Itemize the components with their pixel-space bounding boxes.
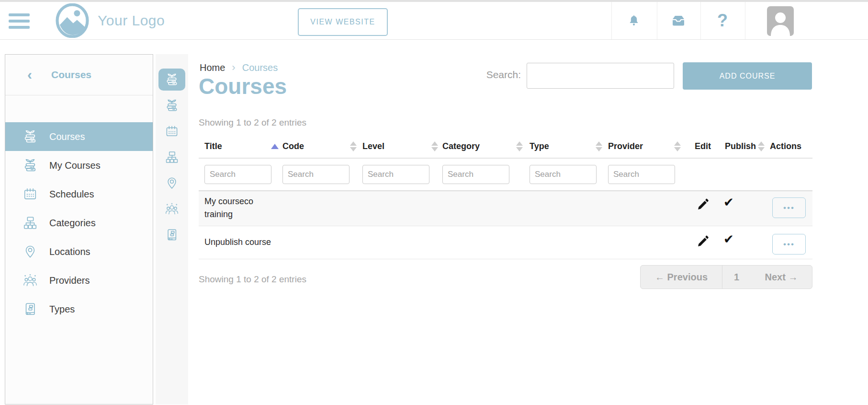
table-header-divider (199, 158, 812, 159)
locations-icon (23, 244, 38, 259)
ellipsis-icon: ••• (783, 240, 795, 249)
breadcrumb-home-link[interactable]: Home (200, 62, 225, 73)
sidebar-item-courses[interactable]: Courses (5, 122, 153, 151)
sort-arrows-icon (596, 141, 602, 151)
filter-input-category[interactable] (442, 165, 509, 184)
sort-arrows-icon (431, 141, 438, 151)
hamburger-bar (9, 26, 30, 29)
header-divider (700, 2, 701, 39)
column-header-provider[interactable]: Provider (608, 138, 681, 155)
header-divider (611, 2, 612, 39)
help-button[interactable]: ? (709, 2, 736, 39)
bell-icon (627, 13, 641, 28)
column-header-title[interactable]: Title (204, 138, 279, 155)
column-label: Actions (770, 141, 801, 151)
user-avatar[interactable] (767, 6, 794, 36)
filter-input-code[interactable] (282, 165, 349, 184)
filter-input-type[interactable] (530, 165, 597, 184)
previous-page-button[interactable]: ← Previous (641, 266, 722, 289)
column-header-publish[interactable]: Publish (725, 138, 765, 155)
table-filter-row (199, 165, 812, 184)
hamburger-menu-button[interactable] (9, 12, 30, 30)
row-actions-button[interactable]: ••• (772, 234, 806, 255)
row-title: My courseco training (204, 195, 283, 221)
sidebar-item-schedules[interactable]: Schedules (5, 180, 153, 208)
help-icon: ? (717, 12, 728, 29)
sort-arrows-icon (350, 141, 357, 151)
schedules-icon (165, 124, 179, 139)
providers-icon (23, 273, 38, 288)
table-summary-top: Showing 1 to 2 of 2 entries (199, 117, 306, 128)
ellipsis-icon: ••• (783, 203, 795, 212)
rail-item-providers[interactable] (158, 198, 185, 220)
sidebar-item-providers[interactable]: Providers (5, 266, 153, 295)
pagination: ← Previous 1 Next → (640, 265, 812, 289)
rail-item-locations[interactable] (158, 172, 185, 194)
column-label: Level (362, 141, 384, 151)
sidebar-item-locations[interactable]: Locations (5, 237, 153, 266)
row-actions-button[interactable]: ••• (772, 197, 806, 218)
sidebar-item-label: My Courses (49, 160, 101, 171)
sidebar-title: Courses (51, 69, 91, 81)
add-course-button[interactable]: ADD COURSE (683, 62, 812, 90)
column-header-category[interactable]: Category (442, 138, 523, 155)
sidebar-item-label: Providers (49, 275, 90, 286)
pencil-icon (697, 234, 710, 248)
next-page-button[interactable]: Next → (751, 266, 812, 289)
column-header-edit: Edit (695, 138, 723, 155)
categories-icon (23, 215, 38, 231)
sidebar-item-types[interactable]: Types (5, 295, 153, 324)
column-label: Code (282, 141, 304, 151)
pencil-icon (697, 197, 710, 211)
edit-button[interactable] (697, 197, 710, 211)
breadcrumb-current[interactable]: Courses (242, 62, 278, 73)
sidebar-item-my-courses[interactable]: My Courses (5, 151, 153, 180)
inbox-button[interactable] (665, 2, 692, 39)
filter-input-level[interactable] (362, 165, 429, 184)
rail-item-my-courses[interactable] (158, 94, 185, 116)
filter-input-title[interactable] (204, 165, 271, 184)
header-divider (657, 2, 657, 39)
rail-item-types[interactable] (158, 224, 185, 246)
my-courses-icon (165, 98, 179, 113)
column-header-type[interactable]: Type (530, 138, 602, 155)
logo[interactable]: Your Logo (54, 3, 165, 38)
locations-icon (165, 176, 179, 190)
app-header: Your Logo VIEW WEBSITE ? (0, 2, 868, 40)
rail-item-categories[interactable] (158, 146, 185, 168)
column-label: Type (530, 141, 549, 151)
search-input[interactable] (527, 63, 674, 89)
view-website-button[interactable]: VIEW WEBSITE (298, 8, 388, 36)
my-courses-icon (23, 158, 38, 173)
sort-arrows-icon (674, 141, 681, 151)
courses-icon (23, 129, 38, 144)
logo-image-icon (54, 3, 91, 38)
column-header-level[interactable]: Level (362, 138, 438, 155)
rail-item-courses[interactable] (158, 69, 185, 91)
table-summary-bottom: Showing 1 to 2 of 2 entries (199, 274, 306, 285)
page-button-1[interactable]: 1 (722, 266, 751, 289)
sidebar: ‹ Courses CoursesMy CoursesSchedulesCate… (5, 54, 153, 405)
sort-ascending-icon (271, 144, 279, 149)
rail-item-schedules[interactable] (158, 120, 185, 142)
column-label: Title (204, 141, 222, 151)
categories-icon (165, 150, 179, 164)
search-label: Search: (479, 69, 521, 81)
sidebar-collapse-chevron-icon[interactable]: ‹ (27, 68, 32, 82)
notifications-button[interactable] (620, 2, 648, 39)
types-icon (23, 301, 38, 317)
edit-button[interactable] (697, 234, 710, 248)
hamburger-bar (9, 13, 30, 16)
column-label: Edit (695, 141, 711, 151)
publish-toggle-button[interactable]: ✔ (723, 233, 734, 245)
types-icon (165, 228, 179, 242)
filter-input-provider[interactable] (608, 165, 675, 184)
person-icon (767, 6, 794, 36)
sidebar-item-categories[interactable]: Categories (5, 208, 153, 237)
sidebar-header: ‹ Courses (5, 55, 153, 95)
publish-toggle-button[interactable]: ✔ (723, 196, 734, 208)
page-title: Courses (199, 73, 287, 99)
sidebar-item-label: Locations (49, 246, 90, 257)
column-header-code[interactable]: Code (282, 138, 357, 155)
table-body: My courseco training✔•••Unpublish course… (199, 190, 812, 259)
